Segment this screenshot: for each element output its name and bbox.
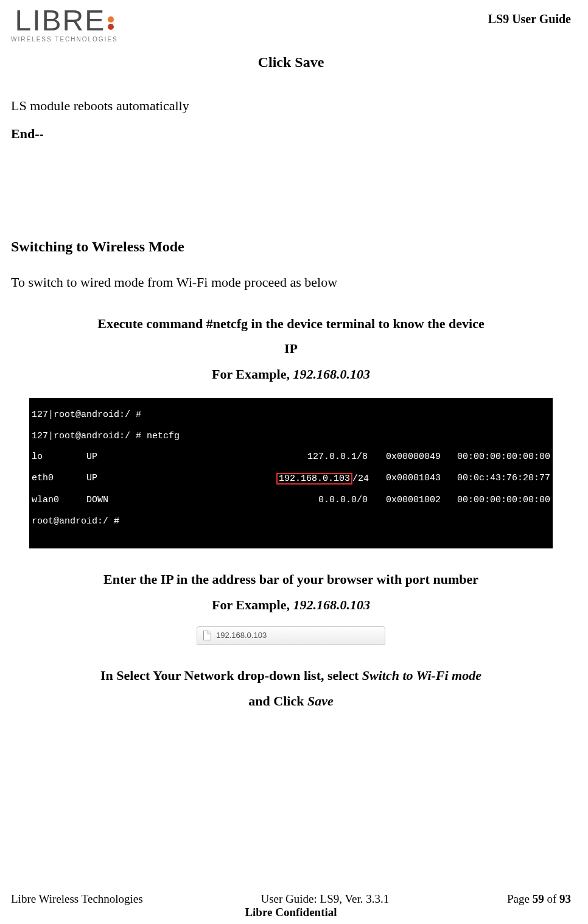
step-3-save: Save bbox=[307, 693, 334, 709]
page-footer: Libre Wireless Technologies User Guide: … bbox=[11, 892, 571, 919]
step-3-lead: In Select Your Network drop-down list, s… bbox=[100, 668, 362, 683]
terminal-prompt-2: 127|root@android:/ # netcfg bbox=[32, 431, 550, 441]
footer-confidential: Libre Confidential bbox=[11, 906, 571, 919]
step-1-line-2: IP bbox=[284, 341, 298, 356]
step-1-example-ip: 192.168.0.103 bbox=[293, 366, 370, 382]
footer-company: Libre Wireless Technologies bbox=[11, 892, 143, 906]
step-2: Enter the IP in the address bar of your … bbox=[35, 567, 547, 618]
terminal-row-lo: loUP127.0.0.1/80x0000004900:00:00:00:00:… bbox=[32, 452, 550, 462]
reboot-note: LS module reboots automatically bbox=[11, 96, 571, 116]
step-1: Execute command #netcfg in the device te… bbox=[35, 311, 547, 387]
terminal-row-wlan0: wlan0DOWN0.0.0.0/00x0000100200:00:00:00:… bbox=[32, 495, 550, 505]
instruction-click-save: Click Save bbox=[11, 51, 571, 74]
brand-dots-icon bbox=[108, 16, 114, 30]
step-1-line-1: Execute command #netcfg in the device te… bbox=[97, 316, 484, 331]
step-3-option: Switch to Wi-Fi mode bbox=[362, 668, 481, 683]
terminal-prompt-3: root@android:/ # bbox=[32, 516, 550, 527]
step-2-line-1: Enter the IP in the address bar of your … bbox=[103, 572, 478, 587]
brand-name: LIBRE bbox=[15, 6, 106, 35]
step-3-line-2-lead: and Click bbox=[248, 693, 307, 709]
step-2-example-lead: For Example, bbox=[212, 597, 293, 612]
step-1-example-lead: For Example, bbox=[212, 366, 293, 382]
footer-doc-version: User Guide: LS9, Ver. 3.3.1 bbox=[143, 892, 507, 906]
terminal-output: 127|root@android:/ # 127|root@android:/ … bbox=[29, 398, 553, 548]
highlighted-ip: 192.168.0.103 bbox=[276, 473, 352, 485]
step-3: In Select Your Network drop-down list, s… bbox=[35, 663, 547, 714]
brand-subtitle: WIRELESS TECHNOLOGIES bbox=[11, 37, 118, 43]
section-heading: Switching to Wireless Mode bbox=[11, 236, 571, 258]
section-intro: To switch to wired mode from Wi-Fi mode … bbox=[11, 272, 571, 293]
terminal-prompt-1: 127|root@android:/ # bbox=[32, 410, 550, 420]
footer-page-number: Page 59 of 93 bbox=[507, 892, 571, 906]
end-marker: End-- bbox=[11, 124, 571, 144]
brand-logo: LIBRE WIRELESS TECHNOLOGIES bbox=[11, 6, 118, 43]
page-icon bbox=[203, 631, 211, 640]
document-title: LS9 User Guide bbox=[488, 12, 571, 26]
browser-tab: 192.168.0.103 bbox=[197, 626, 385, 645]
step-2-example-ip: 192.168.0.103 bbox=[293, 597, 370, 612]
terminal-row-eth0: eth0UP192.168.0.103/240x0000104300:0c:43… bbox=[32, 473, 550, 485]
browser-tab-label: 192.168.0.103 bbox=[216, 629, 267, 642]
